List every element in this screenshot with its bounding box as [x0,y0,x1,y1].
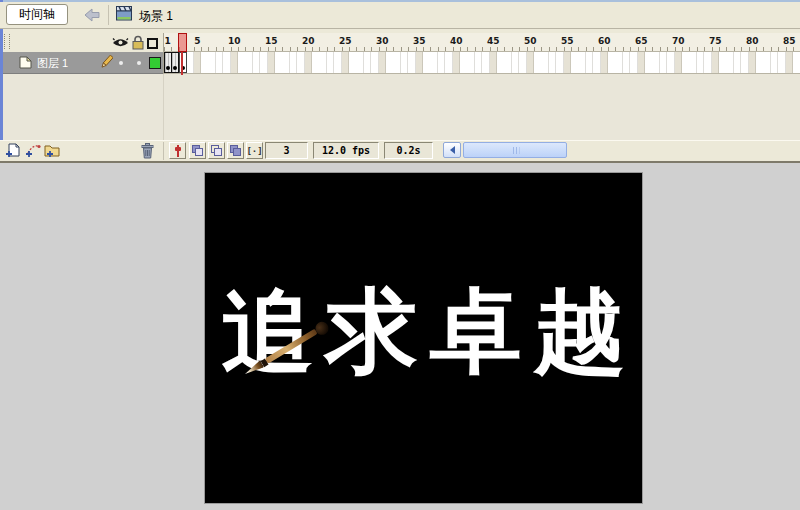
insert-folder-icon[interactable] [43,143,60,158]
ruler-frame-label: 65 [635,36,648,46]
stage-canvas[interactable]: 追求卓越 [205,173,642,503]
ruler-frame-label: 25 [339,36,352,46]
layer-row[interactable]: 图层 1 [3,52,163,74]
layer-page-icon [19,56,32,69]
back-arrow-icon [83,8,101,22]
current-frame-field[interactable]: 3 [265,142,308,159]
onion-skin-button[interactable] [189,142,206,159]
center-frame-button[interactable] [169,142,186,159]
timeline-status-bar: [·] 3 12.0 fps 0.2s [0,140,800,161]
back-button[interactable] [82,6,102,23]
ruler-frame-label: 35 [413,36,426,46]
ruler-frame-label: 45 [487,36,500,46]
ruler-frame-label: 20 [302,36,315,46]
frame-rate-field[interactable]: 12.0 fps [313,142,379,159]
pencil-icon [100,55,113,70]
timeline-ruler[interactable]: 1510152025303540455055606570758085 [163,33,800,52]
breadcrumb-scene[interactable]: 场景 1 [139,8,173,25]
ruler-frame-label: 15 [265,36,278,46]
outline-square-icon[interactable] [147,38,158,49]
layer-name[interactable]: 图层 1 [37,56,68,71]
modify-onion-markers-button[interactable]: [·] [246,142,263,159]
playhead-marker[interactable] [178,33,187,52]
layer-frames[interactable] [163,52,800,74]
onion-skin-icon [192,145,203,156]
ruler-frame-label: 5 [194,36,200,46]
ruler-frame-label: 10 [228,36,241,46]
ruler-frame-label: 30 [376,36,389,46]
trash-icon[interactable] [141,143,154,159]
tab-timeline-label: 时间轴 [19,6,55,23]
tab-timeline[interactable]: 时间轴 [6,4,68,25]
keyframe-dot [173,66,177,70]
onion-skin-outline-icon [211,145,222,156]
scrollbar-left-button[interactable] [443,142,461,158]
scrollbar-thumb[interactable] [463,142,567,158]
insert-layer-icon[interactable] [5,143,21,158]
ruler-frame-label: 55 [561,36,574,46]
scene-clapper-icon [116,6,133,22]
toolbar-separator [163,142,164,160]
flash-timeline-window: 时间轴 场景 1 1510152025303540455055606570758… [0,0,800,510]
layer-outline-color-swatch[interactable] [149,57,161,69]
modify-markers-icon: [·] [246,146,262,156]
ruler-frame-label: 40 [450,36,463,46]
toolbar-separator [108,5,109,25]
ruler-frame-label: 1 [165,36,171,46]
center-frame-icon [176,145,180,157]
onion-skin-outlines-button[interactable] [208,142,225,159]
stage-work-area[interactable]: 追求卓越 [0,163,800,510]
timeline-tab-bar: 时间轴 场景 1 [0,2,800,29]
ruler-frame-label: 75 [709,36,722,46]
ruler-frame-label: 85 [783,36,796,46]
scrollbar-left-arrow-icon [450,146,455,154]
layer-lock-dot[interactable] [137,61,141,65]
panel-grip-handle[interactable] [4,34,10,49]
timeline-empty-area [3,74,800,140]
add-motion-guide-icon[interactable] [25,143,41,158]
ruler-frame-label: 70 [672,36,685,46]
ruler-frame-label: 80 [746,36,759,46]
column-divider [163,74,164,140]
keyframe-dot [166,66,170,70]
elapsed-time-field: 0.2s [384,142,433,159]
edit-multiple-frames-icon [230,145,241,156]
eye-icon[interactable] [112,37,129,49]
lock-icon[interactable] [132,35,144,50]
ruler-frame-label: 60 [598,36,611,46]
ruler-frame-label: 50 [524,36,537,46]
edit-multiple-frames-button[interactable] [227,142,244,159]
layer-visibility-dot[interactable] [119,61,123,65]
playhead-line [181,52,183,75]
